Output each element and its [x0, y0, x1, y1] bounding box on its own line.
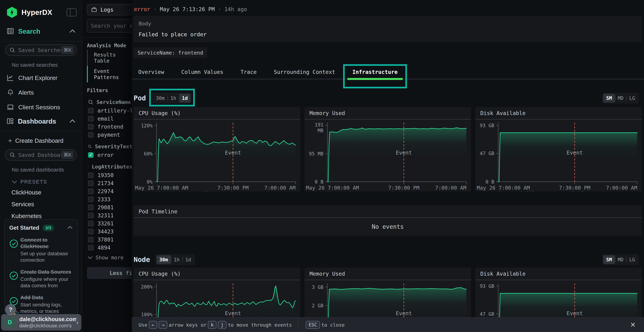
esc-keycap: ESC [306, 321, 320, 329]
event-body-card: Body Failed to place order [134, 16, 642, 42]
checkbox[interactable] [88, 188, 94, 194]
chart-plot[interactable]: 0%60%120%May 26 7:00:00 AM7:30:00 PM7:00… [134, 120, 300, 192]
tab-infrastructure[interactable]: Infrastructure [352, 69, 398, 80]
checkbox[interactable] [88, 196, 94, 202]
checkbox[interactable] [88, 108, 94, 114]
active-tab-underline [348, 78, 403, 80]
analysis-mode-results-table[interactable]: Results Table [87, 50, 132, 66]
divider [0, 131, 82, 131]
presets-toggle[interactable]: PRESETS [0, 175, 82, 186]
filter-value-row[interactable]: 2333 [83, 195, 132, 204]
sidebar-item-search[interactable]: Search [0, 23, 82, 40]
sidebar-item-chart-explorer[interactable]: Chart Explorer [0, 70, 82, 85]
chart-svg[interactable]: 0%60%120%May 26 7:00:00 AM7:30:00 PM7:00… [134, 120, 300, 191]
logs-source-icon [91, 6, 97, 13]
filter-value-row[interactable]: 32311 [83, 212, 132, 220]
filter-value-row[interactable]: ✓error [83, 151, 132, 159]
filter-value-row[interactable]: 29081 [83, 204, 132, 212]
node-size-lg[interactable]: LG [626, 255, 638, 264]
saved-searches-input[interactable]: Saved Searches ⌘K [5, 44, 77, 56]
help-button[interactable]: ? [5, 304, 16, 315]
checkbox[interactable] [88, 124, 94, 130]
dashboards-section-label: Dashboards [18, 118, 56, 125]
node-size-sm[interactable]: SM [603, 255, 615, 264]
filter-value-row[interactable]: 21734 [83, 179, 132, 187]
saved-dashboards-input[interactable]: Saved Dashboards ⌘K [5, 149, 77, 161]
checkbox[interactable] [88, 237, 94, 242]
tab-column-values[interactable]: Column Values [182, 69, 224, 80]
node-range-1d[interactable]: 1d [182, 255, 194, 264]
close-icon[interactable]: ✕ [630, 321, 636, 329]
checkbox[interactable] [88, 245, 94, 250]
less-filters-button[interactable]: Less filters [87, 267, 132, 279]
checkbox-checked[interactable]: ✓ [88, 152, 94, 158]
filter-value-row[interactable]: 19350 [83, 171, 132, 179]
chart-plot[interactable]: 0 B47 GB93 GBMay 26 7:00:00 AM7:30:00 PM… [475, 120, 642, 192]
checkbox[interactable] [88, 132, 94, 138]
preset-services[interactable]: Services [0, 198, 82, 210]
event-search-placeholder: Search your ev [91, 23, 132, 29]
timeline-empty-text: No events [372, 223, 404, 230]
filter-value-label: payment [98, 132, 120, 138]
svg-text:MB: MB [318, 128, 324, 133]
pod-size-md[interactable]: MD [615, 94, 626, 102]
chart-plot[interactable]: 0 B95 MB191MBMay 26 7:00:00 AM7:30:00 PM… [304, 120, 471, 192]
svg-text:May 26 7:00:00 AM: May 26 7:00:00 AM [306, 185, 359, 191]
chart-header: Memory Used [304, 268, 471, 280]
node-range-1h[interactable]: 1h [171, 255, 182, 264]
filter-value-row[interactable]: payment [83, 131, 132, 139]
node-range-30m[interactable]: 30m [156, 255, 171, 264]
filter-value-row[interactable]: frontend [83, 123, 132, 131]
show-more-toggle[interactable]: Show more [83, 252, 132, 262]
filter-value-row[interactable]: artillery-loa [83, 106, 132, 115]
filter-value-row[interactable]: 22974 [83, 187, 132, 195]
filter-value-row[interactable]: email [83, 115, 132, 123]
collapse-sidebar-icon[interactable] [66, 8, 76, 16]
pod-cpu-chart-card: CPU Usage (%)0%60%120%May 26 7:00:00 AM7… [134, 107, 300, 192]
filter-value-row[interactable]: 33261 [83, 220, 132, 228]
checkbox[interactable] [88, 116, 94, 122]
source-select[interactable]: Logs [87, 4, 132, 16]
user-menu[interactable]: D dale@clickhouse.com dale@clickhouse.co… [1, 314, 81, 330]
sidebar-item-dashboards[interactable]: Dashboards [0, 114, 82, 130]
filter-value-row[interactable]: 37801 [83, 236, 132, 244]
shortcut-badge: ⌘K [61, 46, 74, 54]
get-started-item-desc: Start sending logs, metrics, or traces [20, 302, 73, 315]
pod-range-1h[interactable]: 1h [168, 94, 179, 102]
checkbox[interactable] [88, 229, 94, 234]
checkbox[interactable] [88, 180, 94, 186]
chevron-up-icon[interactable] [70, 119, 76, 124]
chart-svg[interactable]: 0 B47 GB93 GBMay 26 7:00:00 AM7:30:00 PM… [475, 120, 642, 191]
preset-clickhouse[interactable]: ClickHouse [0, 186, 82, 198]
tab-surrounding-context[interactable]: Surrounding Context [274, 69, 335, 80]
analysis-mode-event-patterns[interactable]: Event Patterns [87, 66, 132, 82]
pod-range-30m[interactable]: 30m [153, 94, 168, 102]
sidebar-item-alerts[interactable]: Alerts [0, 85, 82, 100]
chart-header: Memory Used [304, 107, 471, 120]
svg-text:93 GB: 93 GB [480, 283, 494, 289]
checkbox[interactable] [88, 213, 94, 218]
chevron-up-icon[interactable] [67, 226, 73, 230]
sidebar-item-client-sessions[interactable]: Client Sessions [0, 100, 82, 114]
get-started-card: Get Started 3/3 Connect to ClickHouseSet… [4, 219, 78, 322]
event-search-input[interactable]: Search your ev [87, 19, 132, 32]
node-size-md[interactable]: MD [615, 255, 626, 264]
search-icon [9, 47, 16, 53]
tab-trace[interactable]: Trace [240, 69, 256, 80]
event-marker-label: Event [225, 310, 241, 316]
checkbox[interactable] [88, 205, 94, 210]
pod-range-1d[interactable]: 1d [179, 94, 191, 102]
pod-size-lg[interactable]: LG [626, 94, 638, 102]
get-started-item: Connect to ClickHouseSet up your databas… [9, 237, 73, 263]
pod-size-sm[interactable]: SM [603, 94, 615, 102]
checkbox[interactable] [88, 172, 94, 178]
filter-value-row[interactable]: 34423 [83, 228, 132, 236]
create-dashboard-button[interactable]: + Create Dashboard [0, 133, 82, 146]
tab-overview[interactable]: Overview [138, 69, 164, 80]
chart-svg[interactable]: 0 B95 MB191MBMay 26 7:00:00 AM7:30:00 PM… [304, 120, 471, 191]
svg-text:7:00:00 AM: 7:00:00 AM [435, 185, 466, 191]
service-name-chip[interactable]: ServiceName: frontend [134, 48, 207, 58]
chevron-up-icon[interactable] [70, 29, 76, 34]
checkbox[interactable] [88, 221, 94, 226]
filter-value-row[interactable]: 4894 [83, 244, 132, 252]
